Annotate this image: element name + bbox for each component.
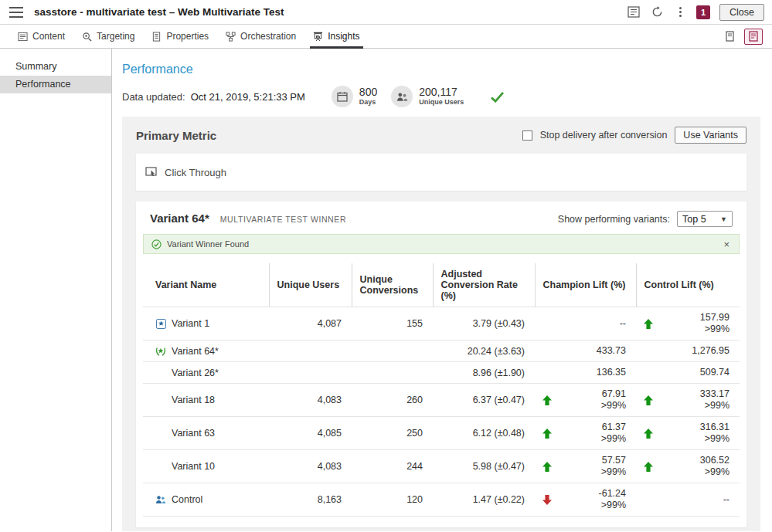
champion-lift-cell: --: [535, 307, 636, 341]
col-adjusted-rate: Adjusted Conversion Rate (%): [433, 263, 535, 307]
lift-value: 136.35: [597, 367, 626, 378]
tab-orchestration[interactable]: Orchestration: [217, 25, 304, 48]
lift-value: 306.52: [700, 455, 729, 466]
row-icon-slot: [155, 428, 166, 439]
close-button[interactable]: Close: [719, 4, 764, 21]
menu-icon[interactable]: [9, 7, 23, 18]
row-icon-slot: [155, 395, 166, 405]
report-panel-icon[interactable]: [721, 29, 740, 45]
data-updated-value: Oct 21, 2019, 5:21:33 PM: [191, 91, 305, 103]
champion-lift-cell: 57.57>99%: [535, 450, 636, 483]
main-content: Performance Data updated: Oct 21, 2019, …: [112, 49, 772, 531]
chevron-down-icon: ▼: [720, 215, 727, 223]
primary-metric-title: Primary Metric: [136, 129, 216, 142]
primary-metric-panel: Primary Metric Stop delivery after conve…: [122, 117, 760, 531]
table-row: Variant 14,0871553.79 (±0.43)--157.99>99…: [143, 307, 740, 341]
refresh-icon[interactable]: [650, 5, 664, 19]
properties-icon: [151, 32, 162, 42]
lift-value: --: [620, 318, 626, 330]
lift-value: 67.91: [602, 388, 626, 400]
control-lift-cell: 333.17>99%: [636, 384, 740, 417]
conversion-rate-cell: 1.47 (±0.22): [433, 483, 535, 517]
up-arrow-icon: [542, 429, 552, 439]
no-arrow: [644, 495, 653, 505]
show-variants-select[interactable]: Top 5 ▼: [677, 211, 733, 227]
variant-name-cell: Variant 1: [143, 307, 269, 341]
lift-significance: >99%: [601, 433, 626, 445]
control-lift-cell: 316.31>99%: [636, 417, 740, 450]
use-variants-button[interactable]: Use Variants: [675, 127, 746, 144]
lift-significance: >99%: [705, 433, 729, 445]
lift-value: 61.37: [602, 422, 626, 433]
champion-lift-cell: 67.91>99%: [535, 384, 636, 417]
lift-value: 157.99: [700, 312, 729, 324]
alert-close-icon[interactable]: ×: [722, 239, 731, 250]
days-stat: 800 Days: [332, 86, 377, 107]
sidebar-item-summary[interactable]: Summary: [0, 58, 111, 76]
calendar-icon: [332, 86, 353, 107]
unique-users-cell: 8,163: [269, 483, 352, 517]
notes-panel-icon[interactable]: [627, 5, 641, 19]
notification-badge[interactable]: 1: [696, 5, 710, 19]
control-lift-cell: 509.74: [636, 362, 740, 384]
no-arrow: [542, 346, 552, 356]
click-through-metric-card[interactable]: Click Through: [136, 154, 746, 191]
winner-alert-text: Variant Winner Found: [167, 239, 249, 249]
conversion-rate-cell: 8.96 (±1.90): [433, 362, 535, 384]
unique-conversions-cell: 250: [352, 417, 433, 450]
page-title: Performance: [122, 63, 760, 76]
winner-alert: Variant Winner Found ×: [143, 234, 740, 254]
table-row: Variant 184,0832606.37 (±0.47)67.91>99%3…: [143, 384, 740, 417]
more-options-icon[interactable]: [673, 5, 687, 19]
stop-delivery-checkbox[interactable]: [522, 130, 532, 141]
top-bar: sasstore - multivariate test – Web Multi…: [0, 0, 772, 25]
tab-content[interactable]: Content: [9, 25, 73, 48]
tab-properties[interactable]: Properties: [143, 25, 217, 48]
unique-users-cell: 4,087: [269, 307, 352, 341]
no-arrow: [542, 319, 552, 329]
unique-users-cell: 4,085: [269, 417, 352, 450]
details-panel-icon[interactable]: [744, 29, 763, 45]
lift-significance: >99%: [705, 324, 729, 335]
unique-users-stat: 200,117 Unique Users: [391, 86, 464, 107]
winner-card: Variant 64* MULTIVARIATE TEST WINNER Sho…: [136, 202, 746, 527]
lift-value: 57.57: [602, 455, 626, 466]
unique-conversions-cell: [352, 362, 433, 384]
tab-targeting[interactable]: Targeting: [73, 25, 143, 48]
unique-users-value: 200,117: [419, 86, 464, 98]
unique-conversions-cell: 155: [352, 307, 433, 341]
show-variants-label: Show performing variants:: [558, 214, 670, 225]
col-unique-users: Unique Users: [269, 263, 352, 307]
up-arrow-icon: [644, 319, 653, 329]
no-arrow: [644, 368, 653, 378]
row-icon-slot: [155, 461, 166, 472]
users-icon: [391, 86, 413, 107]
data-updated-row: Data updated: Oct 21, 2019, 5:21:33 PM 8…: [122, 86, 760, 107]
window-title: sasstore - multivariate test – Web Multi…: [34, 6, 284, 18]
variant-name: Variant 64*: [172, 346, 219, 357]
conversion-rate-cell: 5.98 (±0.47): [433, 450, 535, 483]
tab-insights[interactable]: Insights: [304, 25, 368, 48]
topbar-actions: 1 Close: [627, 4, 764, 21]
conversion-rate-cell: 3.79 (±0.43): [433, 307, 535, 341]
up-arrow-icon: [542, 395, 552, 405]
variant-name: Variant 1: [172, 318, 209, 329]
lift-significance: >99%: [601, 400, 626, 412]
lift-value: 316.31: [700, 422, 729, 433]
sidebar-item-performance[interactable]: Performance: [0, 76, 111, 93]
variants-table: Variant Name Unique Users Unique Convers…: [143, 263, 740, 517]
variant-name: Variant 26*: [172, 368, 219, 378]
table-row: Variant 64*20.24 (±3.63)433.731,276.95: [143, 341, 740, 362]
lift-value: 433.73: [597, 345, 626, 357]
click-through-icon: [145, 167, 158, 178]
left-sidebar: Summary Performance: [0, 49, 112, 531]
champion-lift-cell: -61.24>99%: [535, 483, 636, 517]
up-arrow-icon: [644, 395, 653, 405]
unique-users-cell: [269, 362, 352, 384]
table-row: Variant 104,0832445.98 (±0.47)57.57>99%3…: [143, 450, 740, 483]
unique-conversions-cell: 244: [352, 450, 433, 483]
unique-users-cell: [269, 341, 352, 362]
variant-name-cell: Variant 26*: [143, 362, 269, 384]
no-arrow: [542, 368, 552, 378]
col-champion-lift: Champion Lift (%): [535, 263, 636, 307]
